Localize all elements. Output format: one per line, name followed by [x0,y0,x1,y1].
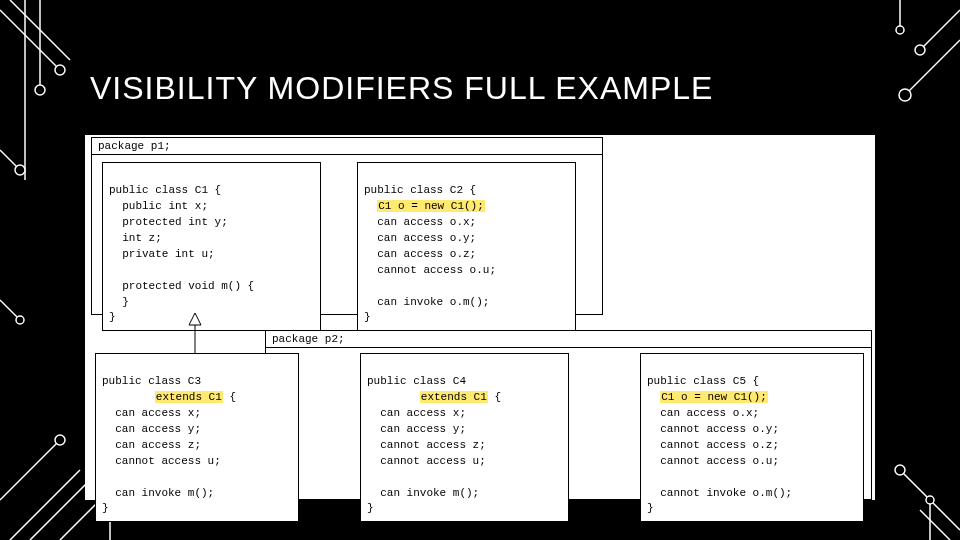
svg-line-18 [905,40,960,95]
svg-line-10 [0,440,60,500]
svg-point-23 [896,26,904,34]
c1-line: } [109,296,129,308]
c4-line: { [488,391,501,403]
c5-line: public class C5 { [647,375,759,387]
c4-line: cannot access u; [367,455,486,467]
c5-highlight: C1 o = new C1(); [660,391,768,403]
c2-line: can access o.x; [364,216,476,228]
c1-line: protected int y; [109,216,228,228]
package-p1-label: package p1; [92,138,602,155]
class-c4: public class C4 extends C1 { can access … [360,353,569,522]
c1-line: public int x; [109,200,208,212]
c3-line: { [223,391,236,403]
svg-point-28 [926,496,934,504]
c3-line: can access x; [102,407,201,419]
class-c3: public class C3 extends C1 { can access … [95,353,299,522]
c5-line: can access o.x; [647,407,759,419]
svg-point-19 [899,89,911,101]
c4-highlight: extends C1 [420,391,488,403]
c1-line: } [109,311,116,323]
c2-highlight: C1 o = new C1(); [377,200,485,212]
c3-line: public class C3 [102,375,201,387]
c5-line: cannot access o.u; [647,455,779,467]
svg-point-21 [915,45,925,55]
c4-line: } [367,502,374,514]
c2-line: cannot access o.u; [364,264,496,276]
c2-line: can invoke o.m(); [364,296,489,308]
svg-point-11 [55,435,65,445]
class-c2: public class C2 { C1 o = new C1(); can a… [357,162,576,331]
slide-title: VISIBILITY MODIFIERS FULL EXAMPLE [90,70,713,107]
package-p1: package p1; public class C1 { public int… [91,137,603,315]
c4-line: public class C4 [367,375,466,387]
c2-line: can access o.y; [364,232,476,244]
package-p2-label: package p2; [266,331,871,348]
c3-line: can access y; [102,423,201,435]
c5-line: cannot invoke o.m(); [647,487,792,499]
c2-line: public class C2 { [364,184,476,196]
c1-line: protected void m() { [109,280,254,292]
c5-line: cannot access o.y; [647,423,779,435]
svg-line-20 [920,10,960,50]
c1-line: public class C1 { [109,184,221,196]
c5-line: } [647,502,654,514]
c1-line: int z; [109,232,162,244]
c4-line: can access y; [367,423,466,435]
c2-line: } [364,311,371,323]
c3-line: can access z; [102,439,201,451]
class-c1: public class C1 { public int x; protecte… [102,162,321,331]
c3-line: } [102,502,109,514]
c5-line: cannot access o.z; [647,439,779,451]
svg-point-7 [15,165,25,175]
svg-point-25 [895,465,905,475]
c4-line: can invoke m(); [367,487,479,499]
svg-point-1 [55,65,65,75]
class-c5: public class C5 { C1 o = new C1(); can a… [640,353,864,522]
svg-point-5 [35,85,45,95]
c3-highlight: extends C1 [155,391,223,403]
c3-line: can invoke m(); [102,487,214,499]
c2-line: can access o.z; [364,248,476,260]
c1-line: private int u; [109,248,215,260]
c4-line: can access x; [367,407,466,419]
svg-point-9 [16,316,24,324]
c4-line: cannot access z; [367,439,486,451]
c3-line: cannot access u; [102,455,221,467]
diagram-area: package p1; public class C1 { public int… [85,135,875,500]
